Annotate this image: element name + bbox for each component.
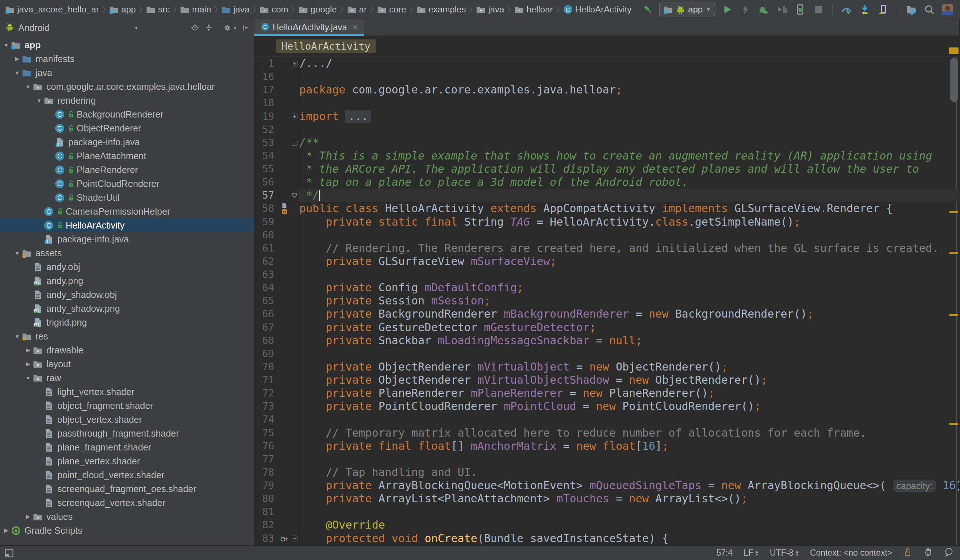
tree-item-andy-shadow-obj[interactable]: andy_shadow.obj	[0, 288, 254, 302]
tree-item-camerapermissionhelper[interactable]: CCameraPermissionHelper	[0, 205, 254, 218]
chevron-collapsed-icon[interactable]: ▶	[23, 361, 33, 367]
tree-item-helloaractivity[interactable]: CHelloArActivity	[0, 218, 254, 232]
breadcrumb-item-main[interactable]: main	[180, 4, 211, 14]
collapse-all-button[interactable]	[204, 23, 214, 32]
caret-position-widget[interactable]: 57:4	[716, 548, 733, 558]
fold-marker[interactable]	[291, 189, 298, 202]
tree-item-passthrough-fragment-shader[interactable]: passthrough_fragment.shader	[0, 426, 254, 440]
tree-item-andy-shadow-png[interactable]: andy_shadow.png	[0, 302, 254, 315]
settings-gear-button[interactable]	[222, 23, 232, 32]
attach-debugger-button[interactable]	[794, 3, 807, 16]
tree-item-screenquad-fragment-oes-shader[interactable]: screenquad_fragment_oes.shader	[0, 482, 254, 496]
tree-item-com-google-ar-core-examples-java-helloar[interactable]: ▼com.google.ar.core.examples.java.helloa…	[0, 80, 254, 93]
breadcrumb-item-app[interactable]: app	[109, 4, 136, 14]
chevron-collapsed-icon[interactable]: ▶	[2, 527, 11, 534]
tree-item-plane-fragment-shader[interactable]: plane_fragment.shader	[0, 440, 254, 454]
breadcrumb-item-helloaractivity[interactable]: CHelloArActivity	[563, 4, 632, 14]
warning-stripe-marker[interactable]	[949, 314, 958, 316]
sdk-manager-button[interactable]	[858, 3, 871, 16]
android-profiler-button[interactable]	[840, 3, 853, 16]
tree-item-java[interactable]: ▼java	[0, 66, 254, 80]
stop-button[interactable]	[812, 3, 825, 16]
tree-item-manifests[interactable]: ▶manifests	[0, 52, 254, 66]
chevron-expanded-icon[interactable]: ▼	[13, 250, 22, 256]
chevron-expanded-icon[interactable]: ▼	[13, 70, 22, 76]
fold-marker[interactable]: +	[291, 57, 298, 70]
locate-button[interactable]	[190, 23, 200, 32]
tree-item-andy-obj[interactable]: andy.obj	[0, 260, 254, 274]
profile-button[interactable]	[775, 3, 789, 16]
tree-item-plane-vertex-shader[interactable]: plane_vertex.shader	[0, 454, 254, 468]
build-button[interactable]	[641, 3, 654, 16]
chevron-expanded-icon[interactable]: ▼	[34, 98, 44, 104]
gutter-class-icon[interactable]: <>	[278, 202, 291, 215]
breadcrumb-item-ar[interactable]: ar	[347, 4, 367, 14]
run-button[interactable]	[720, 3, 734, 16]
user-avatar[interactable]	[941, 3, 954, 16]
tree-item-point-cloud-vertex-shader[interactable]: point_cloud_vertex.shader	[0, 468, 254, 482]
chevron-expanded-icon[interactable]: ▼	[23, 83, 33, 90]
warning-stripe-marker[interactable]	[949, 423, 958, 425]
tree-item-assets[interactable]: ▼assets	[0, 246, 254, 260]
avd-manager-button[interactable]	[877, 3, 890, 16]
breadcrumb-item-examples[interactable]: examples	[416, 4, 466, 14]
tree-item-res[interactable]: ▼res	[0, 329, 254, 343]
editor-scrollbar-thumb[interactable]	[950, 58, 958, 102]
chevron-expanded-icon[interactable]: ▼	[13, 333, 22, 339]
chevron-collapsed-icon[interactable]: ▶	[23, 513, 33, 520]
tree-item-object-vertex-shader[interactable]: object_vertex.shader	[0, 413, 254, 426]
tree-item-andy-png[interactable]: andy.png	[0, 274, 254, 288]
chevron-collapsed-icon[interactable]: ▶	[13, 56, 22, 62]
breadcrumb-item-com[interactable]: com	[259, 4, 288, 14]
fold-marker[interactable]: +	[291, 110, 298, 123]
encoding-widget[interactable]: UTF-8 ▲▼	[770, 548, 799, 558]
tree-item-app[interactable]: ▼app	[0, 38, 254, 52]
breadcrumb-item-core[interactable]: core	[377, 4, 406, 14]
breadcrumb-item-src[interactable]: src	[146, 4, 170, 14]
tree-item-backgroundrenderer[interactable]: CBackgroundRenderer	[0, 107, 254, 121]
context-widget[interactable]: Context: <no context>	[810, 548, 892, 558]
close-icon[interactable]: ×	[353, 22, 358, 32]
apply-changes-button[interactable]	[739, 3, 752, 16]
tree-item-planeattachment[interactable]: CPlaneAttachment	[0, 149, 254, 163]
breadcrumb-class-chip[interactable]: HelloArActivity	[276, 39, 376, 53]
chevron-expanded-icon[interactable]: ▼	[23, 375, 33, 381]
breadcrumb-item-java[interactable]: java	[476, 4, 504, 14]
tree-item-screenquad-vertex-shader[interactable]: screenquad_vertex.shader	[0, 496, 254, 510]
feedback-bubble-icon[interactable]	[944, 547, 954, 559]
chevron-expanded-icon[interactable]: ▼	[2, 42, 11, 48]
tree-item-trigrid-png[interactable]: trigrid.png	[0, 315, 254, 329]
lock-open-icon[interactable]	[903, 547, 912, 559]
tab-helloaractivity[interactable]: C HelloArActivity.java ×	[254, 19, 364, 36]
tree-item-shaderutil[interactable]: CShaderUtil	[0, 190, 254, 205]
tool-window-switcher[interactable]	[0, 548, 14, 558]
project-structure-button[interactable]	[904, 3, 918, 16]
tree-item-objectrenderer[interactable]: CObjectRenderer	[0, 121, 254, 135]
fold-marker[interactable]: −	[291, 136, 298, 149]
warning-stripe-marker[interactable]	[949, 211, 958, 213]
tree-item-object-fragment-shader[interactable]: object_fragment.shader	[0, 398, 254, 413]
tree-item-gradle-scripts[interactable]: ▶Gradle Scripts	[0, 523, 254, 538]
tree-item-pointcloudrenderer[interactable]: CPointCloudRenderer	[0, 177, 254, 190]
tree-item-package-info-java[interactable]: Jpackage-info.java	[0, 232, 254, 246]
tree-item-raw[interactable]: ▼raw	[0, 371, 254, 385]
search-everywhere-button[interactable]	[923, 3, 936, 16]
tree-item-values[interactable]: ▶values	[0, 510, 254, 523]
breadcrumb-item-helloar[interactable]: helloar	[514, 4, 553, 14]
tree-item-light-vertex-shader[interactable]: light_vertex.shader	[0, 385, 254, 398]
tree-item-layout[interactable]: ▶layout	[0, 357, 254, 371]
fold-marker[interactable]: −	[291, 532, 298, 545]
inspection-status-indicator[interactable]	[949, 48, 958, 54]
breadcrumb-item-google[interactable]: google	[299, 4, 337, 14]
tree-item-rendering[interactable]: ▼rendering	[0, 93, 254, 107]
tree-item-planerenderer[interactable]: CPlaneRenderer	[0, 163, 254, 177]
debug-button[interactable]	[757, 3, 770, 16]
warning-stripe-marker[interactable]	[949, 252, 958, 254]
hide-panel-button[interactable]	[240, 23, 250, 32]
code-editor[interactable]: 1+/.../1617package com.google.ar.core.ex…	[254, 57, 959, 545]
chevron-down-icon[interactable]: ▼	[134, 25, 139, 30]
breadcrumb-item-java[interactable]: java	[221, 4, 249, 14]
tree-item-drawable[interactable]: ▶drawable	[0, 343, 254, 357]
tree-item-package-info-java[interactable]: Jpackage-info.java	[0, 135, 254, 149]
gutter-override-icon[interactable]	[278, 532, 291, 545]
